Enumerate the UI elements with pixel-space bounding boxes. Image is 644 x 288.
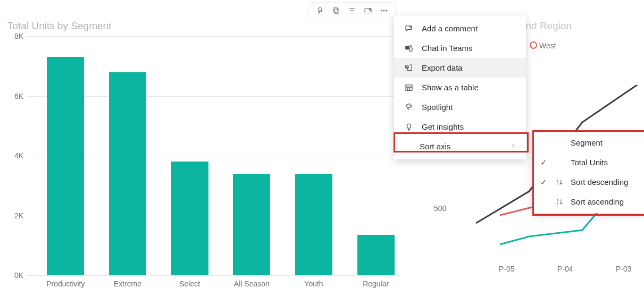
spotlight-icon [404,102,414,113]
svg-text:A: A [557,182,559,185]
bar-all-season[interactable] [233,174,270,275]
xlabel: Productivity [36,279,95,288]
svg-rect-2 [333,8,338,12]
xlabel: Extreme [98,279,157,288]
table-icon [404,82,414,93]
ytick-label: 4K [7,151,23,160]
ytick-label: 8K [7,32,23,40]
svg-point-10 [386,10,387,11]
filter-icon[interactable] [344,5,360,16]
svg-text:T: T [406,46,408,49]
sort-by-segment[interactable]: Segment [532,133,644,153]
menu-sort-axis[interactable]: Sort axis [394,137,526,156]
sort-asc-icon: AZ [555,198,564,206]
sort-ascending[interactable]: AZ Sort ascending [532,192,644,211]
svg-point-8 [381,10,382,11]
more-icon[interactable] [376,5,392,16]
sort-desc-icon: ZA [555,179,564,186]
sort-descending[interactable]: ✓ ZA Sort descending [532,172,644,192]
bar-chart-visual: Total Units by Segment 0K2K4K6K8K Produc… [0,0,409,287]
svg-rect-1 [334,9,339,13]
svg-line-22 [411,105,412,105]
copy-icon[interactable] [328,5,344,16]
bar-chart-yaxis: 0K2K4K6K8K [7,36,26,275]
bar-productivity[interactable] [47,57,84,275]
bar-chart-plot: ProductivityExtremeSelectAll SeasonYouth… [27,36,399,275]
menu-show-table[interactable]: Show as a table [394,78,526,97]
xlabel: All Season [222,279,281,288]
legend-item-west[interactable]: West [530,41,556,50]
menu-spotlight[interactable]: Spotlight [394,97,526,117]
sort-by-total-units[interactable]: ✓Total Units [532,153,644,172]
ytick-label: 6K [7,92,23,100]
bar-select[interactable] [171,162,208,275]
line-xlabel: P-05 [499,265,515,273]
svg-rect-18 [406,84,412,87]
sort-axis-submenu: Segment ✓Total Units ✓ ZA Sort descendin… [532,131,644,213]
line-xlabel: P-03 [616,265,632,273]
menu-get-insights[interactable]: Get insights [394,117,526,137]
ytick-label: 2K [7,211,23,220]
export-icon [404,63,414,73]
svg-line-23 [411,107,412,107]
svg-rect-19 [406,88,412,90]
line-xlabel: P-04 [557,265,573,273]
svg-text:A: A [557,198,559,201]
lightbulb-icon [404,122,414,132]
bar-extreme[interactable] [109,72,146,276]
focus-icon[interactable] [360,5,376,16]
line-chart-ytick: 500 [434,204,446,213]
gridline [27,275,399,276]
visual-header [308,2,396,19]
menu-add-comment[interactable]: Add a comment [394,19,526,38]
bar-youth[interactable] [295,174,332,275]
menu-chat-teams[interactable]: T Chat in Teams [394,38,526,58]
teams-icon: T [404,43,414,54]
svg-text:Z: Z [557,179,559,182]
svg-text:Z: Z [557,201,559,205]
ytick-label: 0K [7,271,23,279]
gridline [27,36,399,37]
xlabel: Regular [347,279,405,288]
comment-icon [404,23,414,34]
menu-export-data[interactable]: Export data [394,58,526,78]
bar-chart-title: Total Units by Segment [7,20,111,32]
bar-regular[interactable] [357,235,395,275]
xlabel: Youth [285,279,343,288]
chevron-right-icon [510,142,516,151]
visual-context-menu: Add a comment T Chat in Teams Export dat… [394,15,526,159]
svg-point-9 [383,10,384,11]
checkmark-icon: ✓ [539,158,548,167]
svg-point-15 [409,45,411,47]
checkmark-icon: ✓ [539,177,548,187]
xlabel: Select [161,279,219,288]
pin-icon[interactable] [312,5,328,16]
